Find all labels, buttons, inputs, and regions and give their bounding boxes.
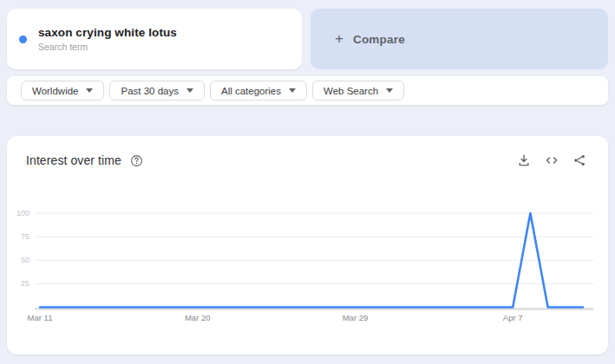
filter-region-dropdown[interactable]: Worldwide bbox=[21, 81, 104, 101]
filter-searchtype-dropdown[interactable]: Web Search bbox=[312, 81, 404, 101]
plus-icon: + bbox=[335, 30, 343, 48]
google-trends-explore-page: saxon crying white lotus Search term + C… bbox=[0, 0, 615, 354]
svg-text:100: 100 bbox=[16, 209, 29, 218]
chevron-down-icon bbox=[386, 88, 393, 93]
search-term-card[interactable]: saxon crying white lotus Search term bbox=[7, 9, 302, 69]
search-term-title: saxon crying white lotus bbox=[38, 26, 177, 39]
svg-text:Mar 20: Mar 20 bbox=[185, 313, 211, 322]
filter-region-label: Worldwide bbox=[32, 86, 78, 96]
filter-category-label: All categories bbox=[221, 86, 281, 96]
svg-text:75: 75 bbox=[21, 232, 29, 241]
svg-text:Apr 7: Apr 7 bbox=[503, 313, 523, 322]
compare-label: Compare bbox=[353, 33, 405, 46]
search-term-text: saxon crying white lotus Search term bbox=[38, 26, 177, 52]
svg-text:50: 50 bbox=[21, 256, 29, 264]
svg-text:25: 25 bbox=[21, 279, 29, 288]
chevron-down-icon bbox=[86, 88, 93, 93]
search-terms-row: saxon crying white lotus Search term + C… bbox=[7, 9, 608, 69]
compare-add-button[interactable]: + Compare bbox=[311, 9, 608, 69]
filter-timerange-label: Past 30 days bbox=[121, 86, 178, 96]
chevron-down-icon bbox=[289, 88, 296, 93]
series-color-dot bbox=[19, 36, 27, 43]
interest-over-time-chart: 255075100Mar 11Mar 20Mar 29Apr 7 bbox=[7, 136, 608, 354]
filter-category-dropdown[interactable]: All categories bbox=[210, 81, 307, 101]
filter-timerange-dropdown[interactable]: Past 30 days bbox=[109, 81, 204, 101]
chevron-down-icon bbox=[186, 88, 193, 93]
svg-text:Mar 29: Mar 29 bbox=[343, 313, 369, 322]
filter-bar: Worldwide Past 30 days All categories We… bbox=[7, 76, 608, 105]
search-term-subtitle: Search term bbox=[38, 42, 177, 52]
interest-over-time-card: Interest over time bbox=[7, 136, 608, 354]
filter-searchtype-label: Web Search bbox=[324, 86, 378, 96]
svg-text:Mar 11: Mar 11 bbox=[28, 313, 53, 322]
